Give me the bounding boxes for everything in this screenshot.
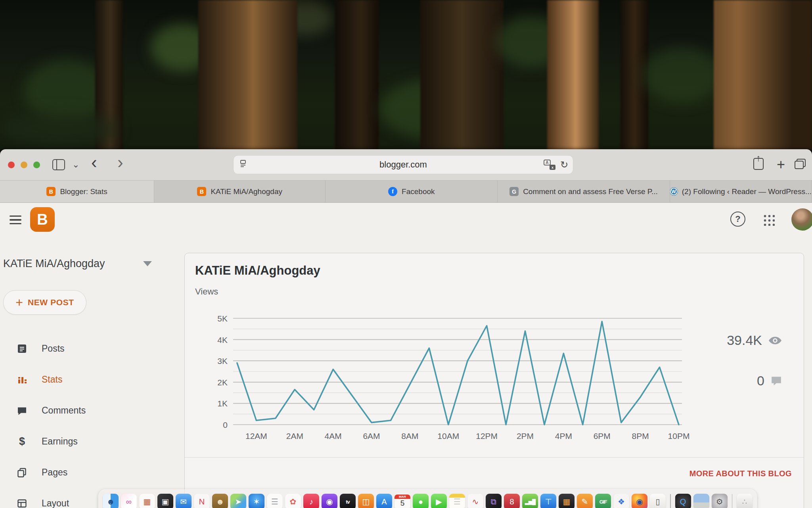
podcasts-dock-icon[interactable]: ◉ xyxy=(322,494,337,508)
blogger-header: B ? xyxy=(0,203,812,237)
grapher-dock-icon[interactable]: ∿ xyxy=(467,494,483,508)
views-label: Views xyxy=(195,287,804,297)
blogger-logo[interactable]: B xyxy=(30,207,55,232)
blue-shapes-app-dock-icon[interactable]: ❖ xyxy=(613,494,629,508)
chevron-down-icon[interactable]: ⌄ xyxy=(72,160,79,170)
browser-toolbar: ⌄ ‹ › blogger.com Ax ↻ + xyxy=(0,149,812,180)
eye-icon xyxy=(768,336,782,345)
notes-dock-icon[interactable]: ☰ xyxy=(449,494,465,508)
gif-app-dock-icon[interactable]: GIF xyxy=(595,494,611,508)
facetime-dock-icon[interactable]: ▶ xyxy=(431,494,447,508)
trash-dock-icon[interactable]: ∴ xyxy=(737,494,753,508)
more-about-blog-link[interactable]: MORE ABOUT THIS BLOG xyxy=(689,469,792,478)
tab-comment-free-verse[interactable]: G Comment on and assess Free Verse P... xyxy=(498,181,670,202)
mail-dock-icon[interactable]: ✉ xyxy=(176,494,192,508)
svg-text:12PM: 12PM xyxy=(476,431,498,441)
sidebar-item-label: Stats xyxy=(42,374,62,385)
image-playground-dock-icon[interactable]: ∞ xyxy=(121,494,137,508)
sidebar-item-comments[interactable]: Comments xyxy=(0,395,184,426)
keynote-dock-icon[interactable]: ⊤ xyxy=(540,494,556,508)
tab-label: Facebook xyxy=(402,187,435,196)
tab-bar: B Blogger: Stats B KATiE MiA/Aghogday f … xyxy=(0,180,812,203)
comments-icon xyxy=(17,405,27,416)
sidebar-item-stats[interactable]: Stats xyxy=(0,364,184,395)
tab-overview-icon[interactable] xyxy=(795,159,806,169)
firefox-dock-icon[interactable]: ◉ xyxy=(632,494,647,508)
address-bar[interactable]: blogger.com Ax ↻ xyxy=(233,155,573,174)
back-button[interactable]: ‹ xyxy=(91,152,97,172)
reload-icon[interactable]: ↻ xyxy=(560,159,568,170)
iphone-mirroring-dock-icon[interactable]: ▯ xyxy=(650,494,666,508)
close-window-button[interactable] xyxy=(8,162,15,168)
foliage xyxy=(0,111,119,147)
new-post-button[interactable]: + NEW POST xyxy=(3,290,86,315)
window-controls xyxy=(8,162,40,168)
system-settings-dock-icon[interactable]: ⚙ xyxy=(712,494,728,508)
sidebar-toggle-icon[interactable] xyxy=(52,159,65,170)
apple-tv-dock-icon[interactable]: tv xyxy=(340,494,356,508)
svg-text:6PM: 6PM xyxy=(594,431,611,441)
screen: ⌄ ‹ › blogger.com Ax ↻ + B xyxy=(0,0,812,508)
music-dock-icon[interactable]: ♪ xyxy=(303,494,319,508)
google-apps-grid-icon[interactable] xyxy=(763,214,775,226)
safari-dock-icon[interactable]: ✶ xyxy=(249,494,264,508)
svg-text:6AM: 6AM xyxy=(363,431,380,441)
photo-booth-dock-icon[interactable]: ⧉ xyxy=(486,494,502,508)
minimize-window-button[interactable] xyxy=(21,162,27,168)
new-tab-button[interactable]: + xyxy=(777,156,785,173)
share-icon[interactable] xyxy=(753,158,764,170)
launchpad-dock-icon[interactable]: ▦ xyxy=(139,494,155,508)
photos-dock-icon[interactable]: ✿ xyxy=(285,494,301,508)
svg-text:2K: 2K xyxy=(217,378,228,387)
zoom-window-button[interactable] xyxy=(33,162,40,168)
finder-dock-icon[interactable]: ☻ xyxy=(103,494,119,508)
tab-blogger-stats[interactable]: B Blogger: Stats xyxy=(0,181,154,202)
tab-facebook[interactable]: f Facebook xyxy=(326,181,498,202)
facebook-favicon: f xyxy=(388,187,397,196)
layout-icon xyxy=(17,498,27,508)
translate-icon[interactable]: Ax xyxy=(544,160,555,170)
svg-text:2PM: 2PM xyxy=(517,431,534,441)
tab-label: Blogger: Stats xyxy=(60,187,107,196)
sidebar-item-posts[interactable]: Posts xyxy=(0,333,184,364)
maps-dock-icon[interactable]: ➤ xyxy=(230,494,246,508)
menu-icon[interactable] xyxy=(10,216,21,227)
blogger-favicon: B xyxy=(197,187,206,196)
pages-dock-icon[interactable]: ✎ xyxy=(577,494,593,508)
comment-bubble-icon xyxy=(771,376,782,386)
svg-text:10PM: 10PM xyxy=(668,431,690,441)
sidebar-item-pages[interactable]: Pages xyxy=(0,457,184,488)
help-icon[interactable]: ? xyxy=(730,212,745,227)
tree-trunk xyxy=(335,0,379,150)
caret-down-icon xyxy=(143,261,152,266)
quicktime-dock-icon[interactable]: Q xyxy=(675,494,691,508)
svg-text:12AM: 12AM xyxy=(245,431,267,441)
blogger-favicon: B xyxy=(46,187,56,196)
messages-dock-icon[interactable]: ● xyxy=(413,494,429,508)
sidebar-item-label: Earnings xyxy=(42,436,78,447)
account-avatar[interactable] xyxy=(791,208,812,231)
new-post-label: NEW POST xyxy=(28,298,74,307)
sidebar-menu: Posts Stats Comments $ Earnings xyxy=(0,333,184,508)
pages-icon xyxy=(17,467,27,478)
reminders-dock-icon[interactable]: ☰ xyxy=(267,494,283,508)
news-dock-icon[interactable]: N xyxy=(194,494,210,508)
numbers-dock-icon[interactable]: ▂▅█ xyxy=(522,494,538,508)
forward-button[interactable]: › xyxy=(117,152,123,172)
tree-trunk xyxy=(420,0,504,150)
contacts-dock-icon[interactable]: ☻ xyxy=(212,494,228,508)
billiards-game-dock-icon[interactable]: 8 xyxy=(504,494,520,508)
downloads-stack-dock-icon[interactable] xyxy=(693,494,709,508)
stats-main: KATiE MiA/Aghogday Views 01K2K3K4K5K12AM… xyxy=(184,237,812,508)
calculator-dock-icon[interactable]: ▦ xyxy=(559,494,575,508)
app-store-dock-icon[interactable]: A xyxy=(376,494,392,508)
tab-katie-mia[interactable]: B KATiE MiA/Aghogday xyxy=(154,181,326,202)
books-dock-icon[interactable]: ◫ xyxy=(358,494,374,508)
calendar-dock-icon[interactable]: MAR5 xyxy=(395,494,410,508)
svg-text:8PM: 8PM xyxy=(632,431,649,441)
blog-selector[interactable]: KATiE MiA/Aghogday xyxy=(3,255,184,272)
tab-wordpress-reader[interactable]: W (2) Following ‹ Reader — WordPress... xyxy=(670,181,812,202)
sidebar-item-earnings[interactable]: $ Earnings xyxy=(0,426,184,457)
url-text: blogger.com xyxy=(234,160,573,170)
mission-control-dock-icon[interactable]: ▣ xyxy=(157,494,173,508)
